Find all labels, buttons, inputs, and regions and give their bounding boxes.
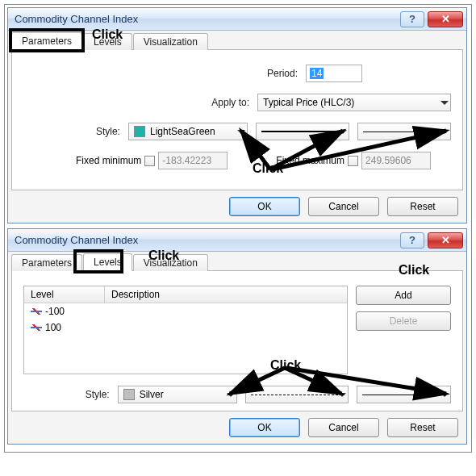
button-row: OK Cancel Reset — [11, 190, 463, 219]
line-sample-thin — [363, 132, 441, 132]
style-color-name: LightSeaGreen — [150, 126, 215, 137]
fixed-min-input[interactable]: -183.42223 — [158, 152, 228, 169]
chevron-down-icon — [339, 130, 347, 134]
style-label: Style: — [23, 389, 118, 400]
cancel-button[interactable]: Cancel — [308, 197, 379, 216]
levels-table[interactable]: Level Description -100 100 — [23, 286, 348, 374]
close-button[interactable]: ✕ — [428, 232, 463, 248]
applyto-value: Typical Price (HLC/3) — [263, 97, 354, 108]
parameters-panel: Period: 14 Apply to: Typical Price (HLC/… — [11, 49, 463, 190]
line-sample-thin — [362, 395, 441, 395]
reset-button[interactable]: Reset — [387, 418, 458, 437]
fixed-min-checkbox[interactable] — [144, 156, 155, 166]
style-color-dropdown[interactable]: LightSeaGreen — [128, 123, 248, 140]
color-swatch — [134, 126, 145, 137]
cell-level: -100 — [45, 306, 65, 317]
cancel-button[interactable]: Cancel — [308, 418, 379, 437]
fixed-min-label: Fixed minimum — [76, 155, 141, 166]
level-line-icon — [31, 308, 42, 315]
style-color-dropdown[interactable]: Silver — [118, 386, 237, 403]
help-button[interactable]: ? — [400, 11, 424, 27]
titlebar: Commodity Channel Index ? ✕ — [8, 8, 466, 31]
chevron-down-icon — [227, 393, 235, 397]
cell-description — [105, 321, 118, 334]
levels-panel: Level Description -100 100 Ad — [11, 270, 463, 411]
cci-dialog-levels: Commodity Channel Index ? ✕ Click Click … — [7, 228, 467, 445]
chevron-down-icon — [441, 130, 449, 134]
button-row: OK Cancel Reset — [11, 411, 463, 441]
level-line-icon — [31, 324, 42, 331]
style-label: Style: — [23, 126, 128, 137]
tab-parameters[interactable]: Parameters — [11, 32, 82, 50]
help-button[interactable]: ? — [400, 232, 424, 248]
add-button[interactable]: Add — [356, 286, 451, 305]
period-label: Period: — [267, 68, 306, 79]
tutorial-image-frame: Commodity Channel Index ? ✕ Click Parame… — [4, 4, 472, 453]
line-sample-dashed — [251, 395, 338, 395]
ok-button[interactable]: OK — [229, 418, 300, 437]
table-header: Level Description — [24, 286, 347, 303]
col-description: Description — [105, 286, 347, 303]
line-sample-solid — [261, 131, 339, 132]
fixed-max-input[interactable]: 249.59606 — [361, 152, 431, 169]
col-level: Level — [24, 286, 105, 303]
fixed-max-checkbox[interactable] — [348, 156, 358, 166]
cci-dialog-parameters: Commodity Channel Index ? ✕ Click Parame… — [7, 7, 467, 223]
cell-description — [105, 305, 118, 318]
reset-button[interactable]: Reset — [387, 197, 458, 216]
table-row[interactable]: -100 — [24, 303, 347, 319]
style-color-name: Silver — [140, 389, 164, 400]
period-value: 14 — [310, 68, 324, 79]
tab-visualization[interactable]: Visualization — [133, 254, 208, 271]
chevron-down-icon — [237, 130, 245, 134]
ok-button[interactable]: OK — [229, 197, 300, 216]
tab-levels[interactable]: Levels — [83, 33, 132, 50]
color-swatch — [123, 389, 135, 400]
style-width-dropdown[interactable] — [357, 386, 451, 403]
tab-levels[interactable]: Levels — [83, 253, 132, 271]
titlebar: Commodity Channel Index ? ✕ — [8, 229, 466, 252]
fixed-max-value: 249.59606 — [365, 155, 411, 166]
style-line-dropdown[interactable] — [245, 386, 349, 403]
tab-visualization[interactable]: Visualization — [133, 33, 208, 50]
fixed-min-value: -183.42223 — [162, 155, 211, 166]
delete-button[interactable]: Delete — [356, 311, 451, 331]
period-input[interactable]: 14 — [306, 65, 362, 82]
style-line-dropdown[interactable] — [256, 123, 349, 140]
cell-level: 100 — [45, 322, 61, 333]
chevron-down-icon — [338, 393, 346, 397]
applyto-label: Apply to: — [211, 97, 257, 108]
window-title: Commodity Channel Index — [15, 13, 138, 25]
style-width-dropdown[interactable] — [357, 123, 451, 140]
fixed-max-label: Fixed maximum — [276, 155, 344, 166]
tabstrip: Parameters Levels Visualization — [11, 32, 463, 50]
applyto-dropdown[interactable]: Typical Price (HLC/3) — [257, 94, 451, 111]
window-title: Commodity Channel Index — [15, 234, 138, 246]
chevron-down-icon — [441, 101, 449, 105]
chevron-down-icon — [441, 393, 449, 397]
close-button[interactable]: ✕ — [428, 11, 463, 27]
tabstrip: Parameters Levels Visualization — [11, 253, 463, 271]
tab-parameters[interactable]: Parameters — [11, 254, 82, 271]
table-row[interactable]: 100 — [24, 319, 347, 336]
